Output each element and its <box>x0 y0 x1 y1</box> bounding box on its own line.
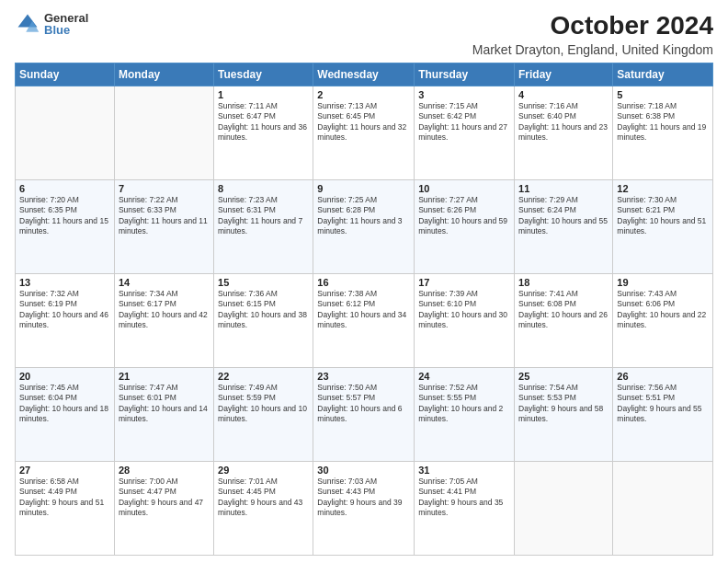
calendar-cell: 8Sunrise: 7:23 AM Sunset: 6:31 PM Daylig… <box>214 180 313 274</box>
day-number: 20 <box>19 371 110 382</box>
cell-info: Sunrise: 7:23 AM Sunset: 6:31 PM Dayligh… <box>218 195 309 237</box>
calendar-cell: 9Sunrise: 7:25 AM Sunset: 6:28 PM Daylig… <box>313 180 415 274</box>
calendar-cell: 26Sunrise: 7:56 AM Sunset: 5:51 PM Dayli… <box>613 368 713 462</box>
logo-text: General Blue <box>44 12 88 36</box>
day-header-friday: Friday <box>515 63 613 86</box>
cell-info: Sunrise: 7:20 AM Sunset: 6:35 PM Dayligh… <box>19 195 110 237</box>
day-number: 31 <box>418 465 510 476</box>
day-number: 21 <box>119 371 210 382</box>
day-number: 9 <box>317 183 410 194</box>
day-number: 3 <box>418 89 510 100</box>
page: General Blue October 2024 Market Drayton… <box>0 0 728 563</box>
day-number: 18 <box>518 277 609 288</box>
calendar-cell: 27Sunrise: 6:58 AM Sunset: 4:49 PM Dayli… <box>16 462 115 556</box>
day-number: 19 <box>617 277 709 288</box>
cell-info: Sunrise: 7:29 AM Sunset: 6:24 PM Dayligh… <box>518 195 609 237</box>
logo: General Blue <box>15 11 88 37</box>
calendar-cell: 3Sunrise: 7:15 AM Sunset: 6:42 PM Daylig… <box>415 86 515 180</box>
day-header-wednesday: Wednesday <box>313 63 415 86</box>
calendar-cell: 28Sunrise: 7:00 AM Sunset: 4:47 PM Dayli… <box>114 462 213 556</box>
calendar-cell <box>515 462 613 556</box>
cell-info: Sunrise: 7:22 AM Sunset: 6:33 PM Dayligh… <box>119 195 210 237</box>
cell-info: Sunrise: 7:34 AM Sunset: 6:17 PM Dayligh… <box>119 289 210 331</box>
cell-info: Sunrise: 7:05 AM Sunset: 4:41 PM Dayligh… <box>418 477 510 519</box>
calendar-cell: 1Sunrise: 7:11 AM Sunset: 6:47 PM Daylig… <box>214 86 313 180</box>
cell-info: Sunrise: 7:47 AM Sunset: 6:01 PM Dayligh… <box>119 383 210 425</box>
day-number: 28 <box>119 465 210 476</box>
calendar-cell: 16Sunrise: 7:38 AM Sunset: 6:12 PM Dayli… <box>313 274 415 368</box>
day-number: 25 <box>518 371 609 382</box>
calendar-cell: 17Sunrise: 7:39 AM Sunset: 6:10 PM Dayli… <box>415 274 515 368</box>
calendar-cell: 21Sunrise: 7:47 AM Sunset: 6:01 PM Dayli… <box>114 368 213 462</box>
cell-info: Sunrise: 7:39 AM Sunset: 6:10 PM Dayligh… <box>418 289 510 331</box>
cell-info: Sunrise: 6:58 AM Sunset: 4:49 PM Dayligh… <box>19 477 110 519</box>
calendar-cell: 22Sunrise: 7:49 AM Sunset: 5:59 PM Dayli… <box>214 368 313 462</box>
calendar-week-3: 13Sunrise: 7:32 AM Sunset: 6:19 PM Dayli… <box>16 274 713 368</box>
cell-info: Sunrise: 7:11 AM Sunset: 6:47 PM Dayligh… <box>218 101 309 144</box>
title-block: October 2024 Market Drayton, England, Un… <box>472 11 713 57</box>
calendar-cell: 11Sunrise: 7:29 AM Sunset: 6:24 PM Dayli… <box>515 180 613 274</box>
cell-info: Sunrise: 7:45 AM Sunset: 6:04 PM Dayligh… <box>19 383 110 425</box>
subtitle: Market Drayton, England, United Kingdom <box>472 42 713 57</box>
cell-info: Sunrise: 7:50 AM Sunset: 5:57 PM Dayligh… <box>317 383 410 425</box>
day-number: 17 <box>418 277 510 288</box>
cell-info: Sunrise: 7:38 AM Sunset: 6:12 PM Dayligh… <box>317 289 410 331</box>
calendar-cell <box>613 462 713 556</box>
day-header-monday: Monday <box>114 63 213 86</box>
calendar-cell <box>16 86 115 180</box>
day-number: 16 <box>317 277 410 288</box>
calendar-cell: 15Sunrise: 7:36 AM Sunset: 6:15 PM Dayli… <box>214 274 313 368</box>
day-header-saturday: Saturday <box>613 63 713 86</box>
cell-info: Sunrise: 7:43 AM Sunset: 6:06 PM Dayligh… <box>617 289 709 331</box>
cell-info: Sunrise: 7:18 AM Sunset: 6:38 PM Dayligh… <box>617 101 709 144</box>
day-header-thursday: Thursday <box>415 63 515 86</box>
calendar-cell: 23Sunrise: 7:50 AM Sunset: 5:57 PM Dayli… <box>313 368 415 462</box>
cell-info: Sunrise: 7:03 AM Sunset: 4:43 PM Dayligh… <box>317 477 410 519</box>
calendar-cell: 4Sunrise: 7:16 AM Sunset: 6:40 PM Daylig… <box>515 86 613 180</box>
calendar-cell: 5Sunrise: 7:18 AM Sunset: 6:38 PM Daylig… <box>613 86 713 180</box>
header: General Blue October 2024 Market Drayton… <box>15 11 713 57</box>
cell-info: Sunrise: 7:56 AM Sunset: 5:51 PM Dayligh… <box>617 383 709 425</box>
cell-info: Sunrise: 7:13 AM Sunset: 6:45 PM Dayligh… <box>317 101 410 144</box>
calendar-cell: 29Sunrise: 7:01 AM Sunset: 4:45 PM Dayli… <box>214 462 313 556</box>
logo-blue-text: Blue <box>44 24 88 36</box>
day-number: 13 <box>19 277 110 288</box>
calendar-cell: 6Sunrise: 7:20 AM Sunset: 6:35 PM Daylig… <box>16 180 115 274</box>
calendar-week-5: 27Sunrise: 6:58 AM Sunset: 4:49 PM Dayli… <box>16 462 713 556</box>
calendar-cell <box>114 86 213 180</box>
day-number: 22 <box>218 371 309 382</box>
day-number: 11 <box>518 183 609 194</box>
cell-info: Sunrise: 7:25 AM Sunset: 6:28 PM Dayligh… <box>317 195 410 237</box>
calendar-week-4: 20Sunrise: 7:45 AM Sunset: 6:04 PM Dayli… <box>16 368 713 462</box>
day-number: 15 <box>218 277 309 288</box>
calendar-cell: 14Sunrise: 7:34 AM Sunset: 6:17 PM Dayli… <box>114 274 213 368</box>
day-number: 30 <box>317 465 410 476</box>
main-title: October 2024 <box>472 11 713 40</box>
calendar-cell: 10Sunrise: 7:27 AM Sunset: 6:26 PM Dayli… <box>415 180 515 274</box>
cell-info: Sunrise: 7:30 AM Sunset: 6:21 PM Dayligh… <box>617 195 709 237</box>
cell-info: Sunrise: 7:00 AM Sunset: 4:47 PM Dayligh… <box>119 477 210 519</box>
calendar-cell: 20Sunrise: 7:45 AM Sunset: 6:04 PM Dayli… <box>16 368 115 462</box>
day-number: 10 <box>418 183 510 194</box>
cell-info: Sunrise: 7:32 AM Sunset: 6:19 PM Dayligh… <box>19 289 110 331</box>
calendar-cell: 18Sunrise: 7:41 AM Sunset: 6:08 PM Dayli… <box>515 274 613 368</box>
day-number: 7 <box>119 183 210 194</box>
day-number: 24 <box>418 371 510 382</box>
logo-icon <box>15 11 40 37</box>
day-number: 5 <box>617 89 709 100</box>
day-number: 29 <box>218 465 309 476</box>
day-number: 14 <box>119 277 210 288</box>
calendar-cell: 7Sunrise: 7:22 AM Sunset: 6:33 PM Daylig… <box>114 180 213 274</box>
day-number: 4 <box>518 89 609 100</box>
cell-info: Sunrise: 7:16 AM Sunset: 6:40 PM Dayligh… <box>518 101 609 144</box>
cell-info: Sunrise: 7:15 AM Sunset: 6:42 PM Dayligh… <box>418 101 510 144</box>
day-number: 1 <box>218 89 309 100</box>
day-number: 6 <box>19 183 110 194</box>
day-number: 8 <box>218 183 309 194</box>
cell-info: Sunrise: 7:01 AM Sunset: 4:45 PM Dayligh… <box>218 477 309 519</box>
cell-info: Sunrise: 7:49 AM Sunset: 5:59 PM Dayligh… <box>218 383 309 425</box>
calendar-header-row: SundayMondayTuesdayWednesdayThursdayFrid… <box>16 63 713 86</box>
calendar-cell: 13Sunrise: 7:32 AM Sunset: 6:19 PM Dayli… <box>16 274 115 368</box>
calendar-week-1: 1Sunrise: 7:11 AM Sunset: 6:47 PM Daylig… <box>16 86 713 180</box>
calendar-cell: 2Sunrise: 7:13 AM Sunset: 6:45 PM Daylig… <box>313 86 415 180</box>
